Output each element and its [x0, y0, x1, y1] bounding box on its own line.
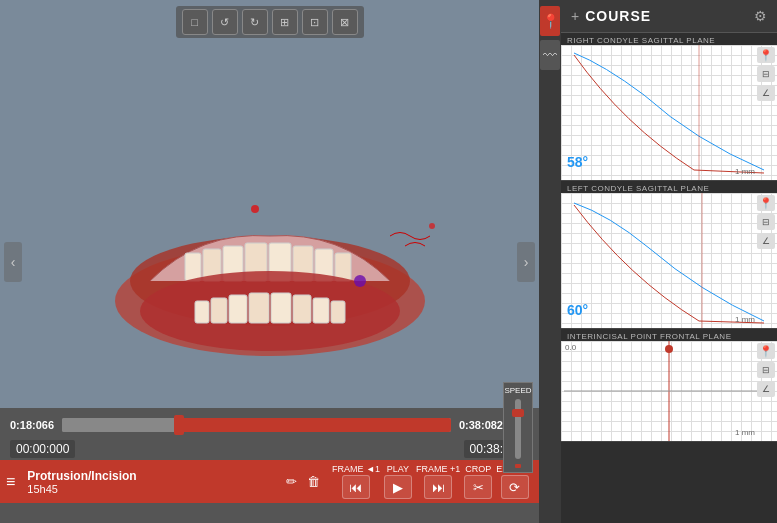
crop-label: CROP: [465, 464, 491, 474]
right-panel: 📍 〰 + COURSE ⚙ RIGHT CONDYLE SAGITTAL PL…: [539, 0, 777, 523]
svg-rect-12: [211, 298, 227, 323]
side-icon-angle-2[interactable]: ∠: [757, 233, 775, 249]
right-panel-header: + COURSE ⚙: [561, 0, 777, 33]
svg-rect-17: [313, 298, 329, 323]
angle-left-condyle: 60°: [567, 302, 588, 318]
crop-btn[interactable]: ✂: [464, 475, 492, 499]
frame-back-label: FRAME ◄1: [332, 464, 380, 474]
time-start: 0:18:066: [10, 419, 54, 431]
timeline-track[interactable]: [62, 418, 451, 432]
right-panel-inner: 📍 〰 + COURSE ⚙ RIGHT CONDYLE SAGITTAL PL…: [539, 0, 777, 523]
trash-icon[interactable]: 🗑: [307, 474, 320, 489]
time-end: 0:38:082: [459, 419, 503, 431]
speed-panel: SPEED: [503, 382, 533, 473]
controls-row: ≡ Protrusion/Incision 15h45 ✏ 🗑 FRAME ◄1…: [0, 460, 539, 503]
side-icon-pin-3[interactable]: 📍: [757, 343, 775, 359]
speed-slider[interactable]: [515, 399, 521, 459]
track-name: Protrusion/Incision: [27, 469, 282, 483]
timeline-thumb[interactable]: [174, 415, 184, 435]
angle-right-condyle: 58°: [567, 154, 588, 170]
viewport-toolbar: □ ↺ ↻ ⊞ ⊡ ⊠: [176, 6, 364, 38]
chart-label-left-condyle: LEFT CONDYLE SAGITTAL PLANE: [561, 181, 777, 193]
ruler-right-condyle: 1 mm: [735, 167, 755, 176]
viewport: □ ↺ ↻ ⊞ ⊡ ⊠ ‹ ›: [0, 0, 539, 523]
timeline-fill: [62, 418, 451, 432]
time-display-row: 00:00:000 00:38:082: [0, 438, 539, 460]
toolbar-btn-1[interactable]: □: [182, 9, 208, 35]
side-icon-pin-2[interactable]: 📍: [757, 195, 775, 211]
frame-fwd-label: FRAME +1: [416, 464, 460, 474]
pencil-icon[interactable]: ✏: [286, 474, 297, 489]
speed-label: SPEED: [504, 387, 531, 396]
chart-area-interincisal: 📍 ⊟ ∠ 1 mm 0.0: [561, 341, 777, 441]
svg-point-26: [665, 345, 673, 353]
track-info: Protrusion/Incision 15h45: [23, 469, 282, 495]
hamburger-icon[interactable]: ≡: [6, 473, 15, 491]
right-content: + COURSE ⚙ RIGHT CONDYLE SAGITTAL PLANE: [561, 0, 777, 523]
svg-rect-18: [331, 301, 345, 323]
toolbar-btn-4[interactable]: ⊞: [272, 9, 298, 35]
chart-side-icons-1: 📍 ⊟ ∠: [757, 47, 775, 101]
charts-container: RIGHT CONDYLE SAGITTAL PLANE: [561, 33, 777, 523]
toolbar-btn-6[interactable]: ⊠: [332, 9, 358, 35]
plus-icon: +: [571, 8, 579, 24]
side-icon-angle-3[interactable]: ∠: [757, 381, 775, 397]
chart-label-interincisal: INTERINCISAL POINT FRONTAL PLANE: [561, 329, 777, 341]
gear-icon[interactable]: ⚙: [754, 8, 767, 24]
tab-pin[interactable]: 📍: [540, 6, 560, 36]
export-btn[interactable]: ⟳: [501, 475, 529, 499]
chart-area-left-condyle: 📍 ⊟ ∠ 60° 1 mm: [561, 193, 777, 328]
crop-section: CROP ✂: [464, 464, 492, 499]
main-container: □ ↺ ↻ ⊞ ⊡ ⊠ ‹ ›: [0, 0, 777, 523]
side-icon-pin-1[interactable]: 📍: [757, 47, 775, 63]
chart-label-right-condyle: RIGHT CONDYLE SAGITTAL PLANE: [561, 33, 777, 45]
svg-rect-2: [185, 253, 201, 281]
ruler-interincisal: 1 mm: [735, 428, 755, 437]
chart-left-condyle: LEFT CONDYLE SAGITTAL PLANE: [561, 181, 777, 329]
svg-point-22: [429, 223, 435, 229]
svg-rect-14: [249, 293, 269, 323]
chart-interincisal: INTERINCISAL POINT FRONTAL PLANE: [561, 329, 777, 442]
svg-rect-13: [229, 295, 247, 323]
time-display-left: 00:00:000: [10, 440, 75, 458]
play-section: PLAY ▶: [384, 464, 412, 499]
nav-arrow-right[interactable]: ›: [517, 242, 535, 282]
side-icon-ruler-2[interactable]: ⊟: [757, 214, 775, 230]
play-label: PLAY: [387, 464, 409, 474]
tab-wave[interactable]: 〰: [540, 40, 560, 70]
track-time: 15h45: [27, 483, 282, 495]
play-btn[interactable]: ▶: [384, 475, 412, 499]
timeline-bar-row: 0:18:066 0:38:082 ▼: [0, 408, 539, 438]
side-icon-angle-1[interactable]: ∠: [757, 85, 775, 101]
side-icon-ruler-1[interactable]: ⊟: [757, 66, 775, 82]
frame-fwd-section: FRAME +1 ⏭: [416, 464, 460, 499]
interincisal-scale: 0.0: [565, 343, 576, 352]
toolbar-btn-3[interactable]: ↻: [242, 9, 268, 35]
chart-area-right-condyle: 📍 ⊟ ∠ 58° 1 mm: [561, 45, 777, 180]
nav-arrow-left[interactable]: ‹: [4, 242, 22, 282]
chart-side-icons-3: 📍 ⊟ ∠: [757, 343, 775, 397]
chart-right-condyle: RIGHT CONDYLE SAGITTAL PLANE: [561, 33, 777, 181]
speed-thumb: [512, 409, 524, 417]
svg-rect-15: [271, 293, 291, 323]
course-title: COURSE: [585, 8, 748, 24]
ruler-left-condyle: 1 mm: [735, 315, 755, 324]
timeline-area: SPEED 0:18:066 0:38:082 ▼ 00:00:000 00: [0, 408, 539, 523]
frame-fwd-btn[interactable]: ⏭: [424, 475, 452, 499]
frame-back-btn[interactable]: ⏮: [342, 475, 370, 499]
toolbar-btn-2[interactable]: ↺: [212, 9, 238, 35]
frame-back-section: FRAME ◄1 ⏮: [332, 464, 380, 499]
toolbar-btn-5[interactable]: ⊡: [302, 9, 328, 35]
svg-point-19: [354, 275, 366, 287]
side-icon-ruler-3[interactable]: ⊟: [757, 362, 775, 378]
svg-rect-11: [195, 301, 209, 323]
svg-point-20: [251, 205, 259, 213]
svg-rect-16: [293, 295, 311, 323]
chart-side-icons-2: 📍 ⊟ ∠: [757, 195, 775, 249]
speed-indicator: [515, 464, 521, 468]
dental-model: [100, 181, 440, 361]
right-panel-tabs: 📍 〰: [539, 0, 561, 523]
